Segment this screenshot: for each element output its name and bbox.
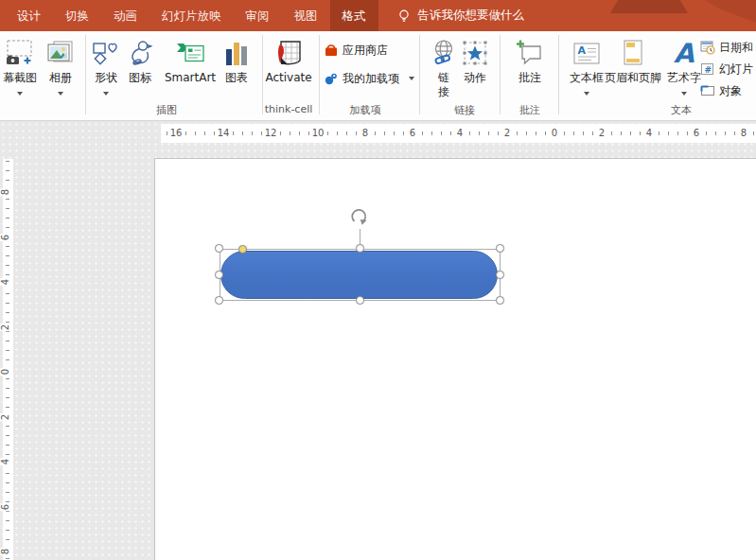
group-label-text: 文本 — [671, 103, 692, 117]
chart-label: 图表 — [216, 71, 257, 85]
dropdown-arrow[interactable] — [409, 77, 414, 80]
h-ruler-number: 8 — [360, 127, 370, 140]
tab-view[interactable]: 视图 — [282, 0, 330, 31]
rotation-handle[interactable] — [349, 207, 370, 228]
group-separator — [558, 35, 559, 114]
dropdown-arrow[interactable] — [58, 92, 63, 96]
smartart-button[interactable]: SmartArt — [159, 35, 221, 85]
resize-handle-middle-right[interactable] — [496, 271, 504, 279]
rounded-rectangle-shape[interactable] — [220, 251, 498, 299]
h-ruler-number: 16 — [168, 127, 185, 140]
titlebar-decoration — [705, 0, 756, 25]
resize-handle-top-left[interactable] — [215, 244, 223, 253]
dropdown-arrow[interactable] — [103, 92, 109, 96]
photo-album-label: 相册 — [40, 71, 81, 85]
thinkcell-activate-button[interactable]: Activate — [263, 35, 314, 85]
resize-handle-bottom-left[interactable] — [215, 296, 223, 305]
v-ruler-number: 4 — [0, 458, 11, 465]
tab-transitions[interactable]: 切换 — [53, 0, 101, 31]
comment-label: 批注 — [509, 71, 551, 85]
horizontal-ruler[interactable]: 16141210864202468 — [161, 124, 756, 143]
resize-handle-bottom-right[interactable] — [496, 296, 504, 305]
group-label-addins: 加载项 — [350, 103, 381, 117]
svg-text:A: A — [578, 44, 587, 57]
group-separator — [419, 35, 420, 114]
resize-handle-middle-left[interactable] — [215, 271, 223, 279]
my-addins-button[interactable]: 我的加载项 — [324, 70, 414, 87]
object-label: 对象 — [719, 83, 742, 99]
dropdown-arrow[interactable] — [584, 92, 589, 96]
slide-number-icon: # — [700, 61, 715, 77]
store-label: 应用商店 — [343, 43, 388, 59]
slide[interactable] — [154, 158, 756, 560]
shapes-icon — [87, 35, 125, 71]
svg-text:A: A — [674, 38, 694, 68]
group-separator — [500, 35, 501, 114]
addin-icon — [324, 71, 339, 86]
chart-button[interactable]: 图表 — [216, 35, 257, 85]
adjust-handle[interactable] — [238, 245, 247, 254]
titlebar-decoration — [610, 0, 688, 13]
object-button[interactable]: 对象 — [700, 82, 742, 99]
dropdown-arrow[interactable] — [681, 92, 687, 96]
slide-number-button[interactable]: # 幻灯片 — [700, 61, 753, 78]
resize-handle-bottom-middle[interactable] — [356, 296, 364, 305]
group-separator — [319, 35, 320, 114]
h-ruler-number: 14 — [216, 127, 232, 140]
photo-album-icon — [40, 35, 81, 71]
new-comment-button[interactable]: 批注 — [509, 35, 551, 85]
slide-number-label: 幻灯片 — [719, 61, 753, 78]
dropdown-arrow[interactable] — [17, 92, 23, 96]
tab-slideshow[interactable]: 幻灯片放映 — [149, 0, 234, 31]
photo-album-button[interactable]: 相册 — [40, 35, 81, 98]
tab-animations[interactable]: 动画 — [101, 0, 149, 31]
new-comment-icon — [509, 35, 551, 71]
shapes-label: 形状 — [87, 71, 125, 85]
tab-review[interactable]: 审阅 — [234, 0, 282, 31]
action-button[interactable]: 动作 — [456, 35, 494, 85]
ribbon: 幕截图 相册 — [0, 31, 756, 121]
h-ruler-number: 10 — [310, 127, 326, 140]
tab-format[interactable]: 格式 — [330, 0, 378, 31]
v-ruler-number: 8 — [0, 548, 11, 555]
tab-design[interactable]: 设计 — [5, 0, 53, 31]
smartart-label: SmartArt — [159, 71, 221, 85]
h-ruler-number: 12 — [263, 127, 279, 140]
h-ruler-number: 6 — [692, 127, 701, 140]
lightbulb-icon — [396, 9, 412, 24]
v-ruler-number: 2 — [0, 323, 11, 330]
date-time-button[interactable]: 日期和 — [700, 39, 753, 56]
h-ruler-number: 4 — [644, 127, 654, 140]
v-ruler-number: 8 — [0, 188, 11, 196]
vertical-ruler[interactable]: 864202468 — [3, 159, 13, 560]
h-ruler-number: 4 — [455, 127, 465, 140]
activate-label: Activate — [263, 71, 314, 85]
v-ruler-number: 6 — [0, 502, 11, 510]
icons-button[interactable]: 图标 — [121, 35, 159, 85]
bar-chart-icon — [216, 35, 257, 71]
tell-me-box[interactable]: 告诉我你想要做什么 — [396, 0, 525, 31]
v-ruler-number: 2 — [0, 412, 11, 420]
resize-handle-top-middle[interactable] — [356, 244, 364, 253]
action-label: 动作 — [456, 71, 494, 85]
shapes-button[interactable]: 形状 — [87, 35, 125, 98]
header-footer-icon — [603, 35, 663, 71]
group-label-comments: 批注 — [519, 103, 540, 117]
wordart-icon: A — [663, 35, 705, 71]
action-star-icon — [456, 35, 494, 71]
my-addins-label: 我的加载项 — [343, 71, 399, 87]
store-button[interactable]: 应用商店 — [324, 42, 388, 59]
wordart-button[interactable]: A 艺术字 — [663, 35, 705, 98]
group-label-links: 链接 — [454, 103, 475, 117]
date-time-icon — [700, 40, 715, 55]
ribbon-tab-bar: 设计 切换 动画 幻灯片放映 审阅 视图 格式 告诉我你想要做什么 — [0, 0, 756, 31]
slide-canvas-area: 16141210864202468 864202468 — [0, 121, 756, 560]
date-time-label: 日期和 — [719, 40, 753, 56]
object-icon — [700, 83, 715, 98]
header-footer-button[interactable]: 页眉和页脚 — [603, 35, 663, 85]
tell-me-label: 告诉我你想要做什么 — [418, 8, 525, 24]
v-ruler-number: 6 — [0, 233, 11, 240]
smartart-icon — [159, 35, 221, 71]
resize-handle-top-right[interactable] — [496, 244, 504, 253]
v-ruler-number: 0 — [0, 368, 11, 376]
